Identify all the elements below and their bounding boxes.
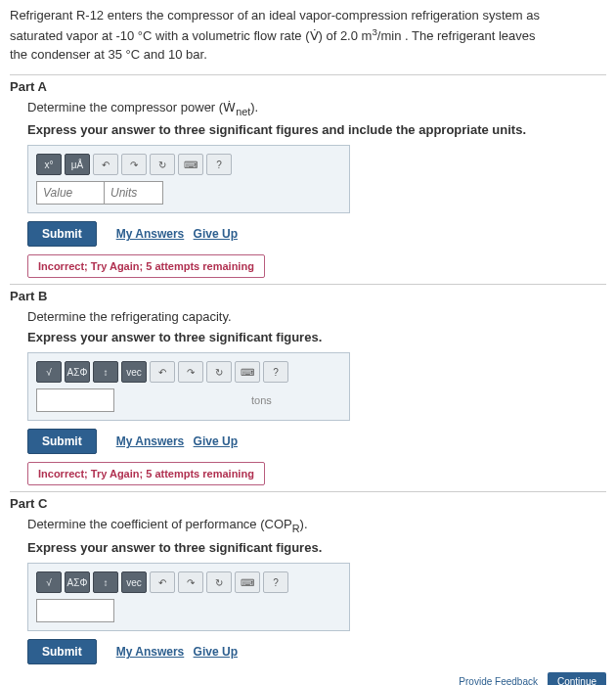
reset-icon[interactable]: ↻ (206, 361, 232, 383)
answer-input[interactable] (36, 388, 114, 412)
part-c-prompt: Determine the coefficient of performance… (27, 517, 606, 534)
templates-icon[interactable]: √ (36, 571, 62, 593)
provide-feedback-link[interactable]: Provide Feedback (459, 676, 538, 685)
continue-button[interactable]: Continue (548, 672, 606, 685)
help-icon[interactable]: ? (263, 571, 288, 593)
keyboard-icon[interactable]: ⌨ (235, 361, 260, 383)
frac-icon[interactable]: ↕ (93, 571, 118, 593)
value-input[interactable] (36, 181, 105, 205)
templates-icon[interactable]: √ (36, 361, 62, 383)
divider (10, 74, 606, 75)
part-b-prompt: Determine the refrigerating capacity. (27, 309, 606, 324)
divider (10, 284, 606, 285)
part-b-answer-box: √ ΑΣΦ ↕ vec ↶ ↷ ↻ ⌨ ? tons (27, 352, 350, 421)
give-up-link[interactable]: Give Up (194, 227, 238, 241)
greek-icon[interactable]: ΑΣΦ (65, 361, 90, 383)
part-b-instructions: Express your answer to three significant… (27, 330, 606, 344)
part-c-toolbar: √ ΑΣΦ ↕ vec ↶ ↷ ↻ ⌨ ? (36, 571, 341, 593)
help-icon[interactable]: ? (263, 361, 288, 383)
give-up-link[interactable]: Give Up (194, 645, 238, 659)
redo-icon[interactable]: ↷ (178, 361, 203, 383)
undo-icon[interactable]: ↶ (150, 361, 175, 383)
part-a-instructions: Express your answer to three significant… (27, 122, 606, 137)
units-format-icon[interactable]: x° (36, 154, 62, 175)
part-b-toolbar: √ ΑΣΦ ↕ vec ↶ ↷ ↻ ⌨ ? (36, 361, 341, 383)
unit-label: tons (251, 394, 272, 406)
undo-icon[interactable]: ↶ (93, 154, 118, 175)
answer-input[interactable] (36, 599, 114, 622)
submit-button[interactable]: Submit (27, 221, 97, 247)
redo-icon[interactable]: ↷ (121, 154, 147, 175)
my-answers-link[interactable]: My Answers (116, 227, 185, 241)
symbols-icon[interactable]: μÅ (65, 154, 90, 175)
reset-icon[interactable]: ↻ (206, 571, 232, 593)
my-answers-link[interactable]: My Answers (116, 434, 185, 448)
greek-icon[interactable]: ΑΣΦ (65, 571, 90, 593)
part-c-title: Part C (10, 496, 606, 511)
reset-icon[interactable]: ↻ (150, 154, 175, 175)
keyboard-icon[interactable]: ⌨ (178, 154, 203, 175)
part-b-title: Part B (10, 289, 606, 303)
part-c-answer-box: √ ΑΣΦ ↕ vec ↶ ↷ ↻ ⌨ ? (27, 563, 350, 631)
part-a-toolbar: x° μÅ ↶ ↷ ↻ ⌨ ? (36, 154, 341, 175)
feedback-message: Incorrect; Try Again; 5 attempts remaini… (27, 254, 265, 278)
part-a-title: Part A (10, 79, 606, 94)
keyboard-icon[interactable]: ⌨ (235, 571, 260, 593)
submit-button[interactable]: Submit (27, 429, 97, 454)
help-icon[interactable]: ? (206, 154, 232, 175)
feedback-message: Incorrect; Try Again; 5 attempts remaini… (27, 462, 265, 485)
vec-icon[interactable]: vec (121, 571, 147, 593)
part-a-answer-box: x° μÅ ↶ ↷ ↻ ⌨ ? (27, 145, 350, 213)
part-c-instructions: Express your answer to three significant… (27, 540, 606, 555)
divider (10, 491, 606, 492)
my-answers-link[interactable]: My Answers (116, 645, 185, 659)
submit-button[interactable]: Submit (27, 639, 97, 664)
redo-icon[interactable]: ↷ (178, 571, 203, 593)
part-a-prompt: Determine the compressor power (Ẇnet). (27, 100, 606, 117)
vec-icon[interactable]: vec (121, 361, 147, 383)
undo-icon[interactable]: ↶ (150, 571, 175, 593)
problem-statement: Refrigerant R-12 enters the compressor o… (10, 6, 606, 65)
units-input[interactable] (105, 181, 163, 205)
give-up-link[interactable]: Give Up (194, 434, 238, 448)
frac-icon[interactable]: ↕ (93, 361, 118, 383)
